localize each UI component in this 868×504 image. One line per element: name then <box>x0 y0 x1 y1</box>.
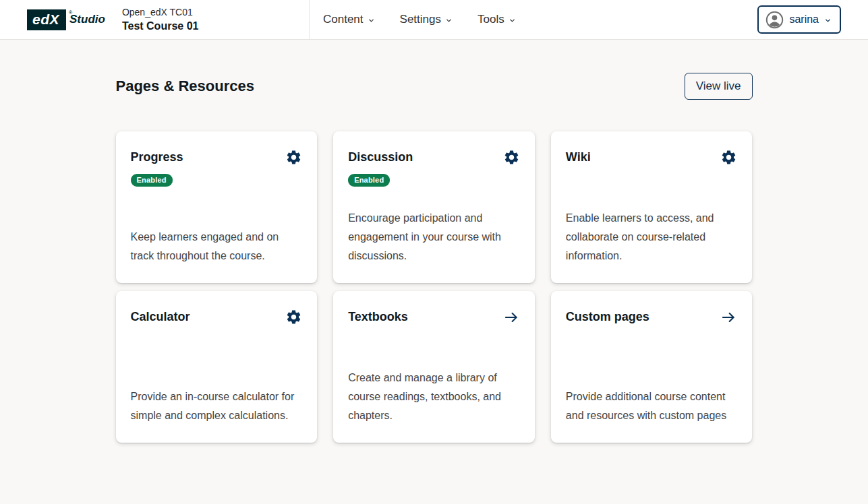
nav-content-label: Content <box>323 13 364 26</box>
nav-content-dropdown[interactable]: Content <box>323 13 375 26</box>
edx-logo-mark: edX <box>27 9 66 30</box>
nav-tools-label: Tools <box>478 13 504 26</box>
course-title: Test Course 01 <box>122 19 199 34</box>
settings-gear-icon[interactable] <box>720 149 737 166</box>
header-left-section: edX ® Studio Open_edX TC01 Test Course 0… <box>0 0 310 39</box>
card-description: Create and manage a library of course re… <box>348 369 520 427</box>
card-title: Textbooks <box>348 309 408 324</box>
settings-gear-icon[interactable] <box>285 149 302 166</box>
card-header: Textbooks <box>348 309 520 326</box>
status-badge: Enabled <box>348 174 390 187</box>
page-header-row: Pages & Resources View live <box>116 73 753 100</box>
card-header: Discussion <box>348 149 520 166</box>
studio-header: edX ® Studio Open_edX TC01 Test Course 0… <box>0 0 868 40</box>
edx-studio-logo[interactable]: edX ® Studio <box>27 9 105 30</box>
nav-settings-dropdown[interactable]: Settings <box>400 13 453 26</box>
card-title: Wiki <box>566 149 591 164</box>
card-title: Calculator <box>131 309 190 324</box>
cards-grid: Progress Enabled Keep learners engaged a… <box>116 131 753 443</box>
resource-card[interactable]: Textbooks Create and manage a library of… <box>333 291 535 443</box>
card-header: Calculator <box>131 309 303 325</box>
card-description: Encourage participation and engagement i… <box>348 209 520 267</box>
settings-gear-icon[interactable] <box>503 149 520 166</box>
status-badge: Enabled <box>131 174 173 187</box>
card-title: Discussion <box>348 149 413 164</box>
settings-gear-icon[interactable] <box>285 309 302 325</box>
resource-card[interactable]: Calculator Provide an in-course calculat… <box>116 291 318 443</box>
course-org-number: Open_edX TC01 <box>122 6 199 19</box>
chevron-down-icon <box>445 17 453 24</box>
resource-card[interactable]: Wiki Enable learners to access, and coll… <box>551 131 753 283</box>
card-description: Enable learners to access, and collabora… <box>566 209 738 267</box>
course-info: Open_edX TC01 Test Course 01 <box>122 6 199 33</box>
main-nav: Content Settings Tools <box>310 0 516 39</box>
studio-wordmark: Studio <box>69 13 105 26</box>
card-header: Wiki <box>566 149 738 166</box>
user-menu-button[interactable]: sarina <box>757 5 841 34</box>
resource-card[interactable]: Progress Enabled Keep learners engaged a… <box>116 131 318 283</box>
avatar-icon <box>765 11 784 29</box>
open-arrow-icon[interactable] <box>720 309 737 326</box>
nav-tools-dropdown[interactable]: Tools <box>478 13 516 26</box>
chevron-down-icon <box>368 17 375 24</box>
open-arrow-icon[interactable] <box>502 309 520 326</box>
card-description: Provide an in-course calculator for simp… <box>131 387 303 427</box>
page-title: Pages & Resources <box>116 77 254 95</box>
nav-settings-label: Settings <box>400 13 441 26</box>
chevron-down-icon <box>824 17 832 24</box>
view-live-button[interactable]: View live <box>685 73 753 100</box>
card-header: Custom pages <box>566 309 738 326</box>
registered-mark: ® <box>69 10 72 15</box>
pages-resources-page: Pages & Resources View live Progress Ena… <box>116 73 753 443</box>
card-title: Progress <box>131 149 183 164</box>
username-label: sarina <box>789 13 819 26</box>
card-description: Keep learners engaged and on track throu… <box>131 228 303 267</box>
resource-card[interactable]: Discussion Enabled Encourage participati… <box>333 131 535 283</box>
card-header: Progress <box>131 149 303 166</box>
card-description: Provide additional course content and re… <box>566 387 738 427</box>
card-title: Custom pages <box>566 309 649 324</box>
resource-card[interactable]: Custom pages Provide additional course c… <box>551 291 753 443</box>
chevron-down-icon <box>509 17 516 24</box>
